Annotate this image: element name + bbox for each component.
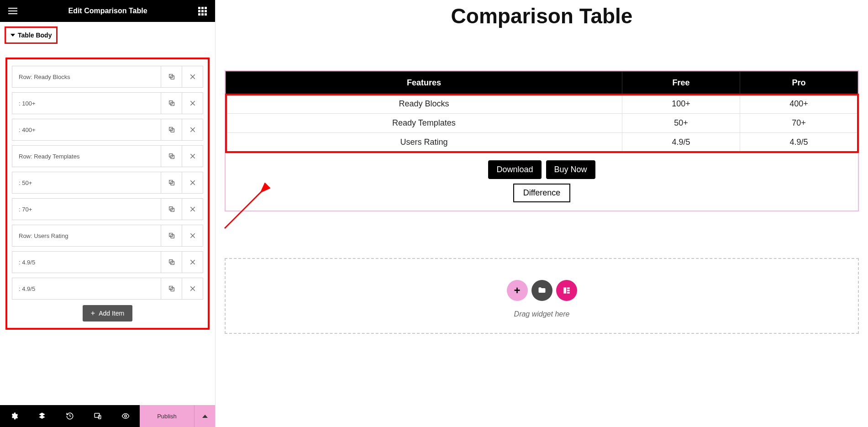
duplicate-icon[interactable] [161, 146, 182, 167]
page-title: Comparison Table [225, 4, 859, 28]
widgets-grid-icon[interactable] [198, 7, 207, 16]
table-header: Pro [740, 72, 857, 95]
repeater-item[interactable]: : 70+ [12, 198, 203, 220]
comparison-table: Features Free Pro Ready Blocks 100+ 400+… [226, 71, 858, 152]
remove-icon[interactable] [182, 225, 203, 246]
repeater-item[interactable]: Row: Users Rating [12, 225, 203, 247]
sidebar-title: Edit Comparison Table [68, 7, 147, 15]
svg-rect-43 [567, 292, 569, 293]
elementskit-icon [562, 286, 571, 295]
chevron-up-icon [202, 415, 208, 418]
sidebar-footer: Publish [0, 405, 215, 427]
plus-icon: + [514, 284, 520, 297]
duplicate-icon[interactable] [161, 93, 182, 114]
item-label: : 4.9/5 [12, 252, 161, 273]
duplicate-icon[interactable] [161, 199, 182, 220]
svg-rect-41 [567, 287, 569, 289]
table-cell: Ready Blocks [226, 95, 622, 114]
item-label: : 4.9/5 [12, 278, 161, 299]
sidebar-header: Edit Comparison Table [0, 0, 215, 22]
duplicate-icon[interactable] [161, 172, 182, 193]
table-cell: 50+ [622, 114, 740, 133]
dropzone-text: Drag widget here [226, 310, 858, 318]
table-cell: 70+ [740, 114, 857, 133]
settings-icon[interactable] [0, 405, 28, 427]
chevron-down-icon [11, 34, 15, 37]
table-header: Features [226, 72, 622, 95]
item-label: : 400+ [12, 119, 161, 140]
remove-icon[interactable] [182, 172, 203, 193]
items-repeater: Row: Ready Blocks : 100+ : 400+ Row: Rea… [5, 58, 210, 330]
navigator-icon[interactable] [28, 405, 56, 427]
remove-icon[interactable] [182, 252, 203, 273]
publish-button[interactable]: Publish [140, 405, 194, 427]
table-cell: 4.9/5 [622, 133, 740, 152]
add-item-button[interactable]: + Add Item [83, 305, 132, 322]
remove-icon[interactable] [182, 146, 203, 167]
repeater-item[interactable]: : 4.9/5 [12, 278, 203, 300]
table-cell: Users Rating [226, 133, 622, 152]
preview-canvas: Comparison Table Features Free Pro [216, 0, 868, 427]
preview-icon[interactable] [112, 405, 140, 427]
repeater-item[interactable]: Row: Ready Blocks [12, 66, 203, 88]
editor-sidebar: Edit Comparison Table Table Body Row: Re… [0, 0, 216, 427]
svg-point-38 [125, 415, 127, 417]
duplicate-icon[interactable] [161, 225, 182, 246]
item-label: Row: Users Rating [12, 225, 161, 246]
table-cell: Ready Templates [226, 114, 622, 133]
table-row: Ready Blocks 100+ 400+ [226, 95, 858, 114]
add-item-label: Add Item [99, 310, 124, 317]
repeater-item[interactable]: : 400+ [12, 119, 203, 141]
difference-button[interactable]: Difference [513, 184, 571, 202]
remove-icon[interactable] [182, 93, 203, 114]
duplicate-icon[interactable] [161, 278, 182, 299]
folder-icon [537, 286, 547, 295]
table-cell: 100+ [622, 95, 740, 114]
buy-now-button[interactable]: Buy Now [546, 160, 595, 179]
section-table-body[interactable]: Table Body [5, 26, 58, 44]
svg-rect-42 [567, 290, 569, 291]
table-header: Free [622, 72, 740, 95]
repeater-item[interactable]: Row: Ready Templates [12, 145, 203, 167]
table-row: Users Rating 4.9/5 4.9/5 [226, 133, 858, 152]
repeater-item[interactable]: : 50+ [12, 172, 203, 194]
remove-icon[interactable] [182, 278, 203, 299]
item-label: Row: Ready Blocks [12, 66, 161, 87]
table-cell: 4.9/5 [740, 133, 857, 152]
history-icon[interactable] [56, 405, 84, 427]
item-label: : 70+ [12, 199, 161, 220]
repeater-item[interactable]: : 100+ [12, 92, 203, 114]
remove-icon[interactable] [182, 66, 203, 87]
comparison-table-widget[interactable]: Features Free Pro Ready Blocks 100+ 400+… [225, 70, 859, 211]
remove-icon[interactable] [182, 199, 203, 220]
table-row: Ready Templates 50+ 70+ [226, 114, 858, 133]
duplicate-icon[interactable] [161, 66, 182, 87]
item-label: Row: Ready Templates [12, 146, 161, 167]
repeater-item[interactable]: : 4.9/5 [12, 251, 203, 273]
item-label: : 100+ [12, 93, 161, 114]
download-button[interactable]: Download [488, 160, 541, 179]
responsive-icon[interactable] [84, 405, 112, 427]
duplicate-icon[interactable] [161, 119, 182, 140]
remove-icon[interactable] [182, 119, 203, 140]
table-cell: 400+ [740, 95, 857, 114]
menu-icon[interactable] [8, 8, 17, 14]
section-label: Table Body [18, 32, 52, 39]
plus-icon: + [91, 310, 95, 317]
duplicate-icon[interactable] [161, 252, 182, 273]
template-library-button[interactable] [531, 280, 552, 301]
item-label: : 50+ [12, 172, 161, 193]
elementskit-button[interactable] [556, 280, 577, 301]
add-section-button[interactable]: + [507, 280, 528, 301]
publish-options-button[interactable] [194, 405, 215, 427]
svg-rect-40 [563, 287, 566, 293]
dropzone[interactable]: + Drag widget here [225, 258, 859, 334]
